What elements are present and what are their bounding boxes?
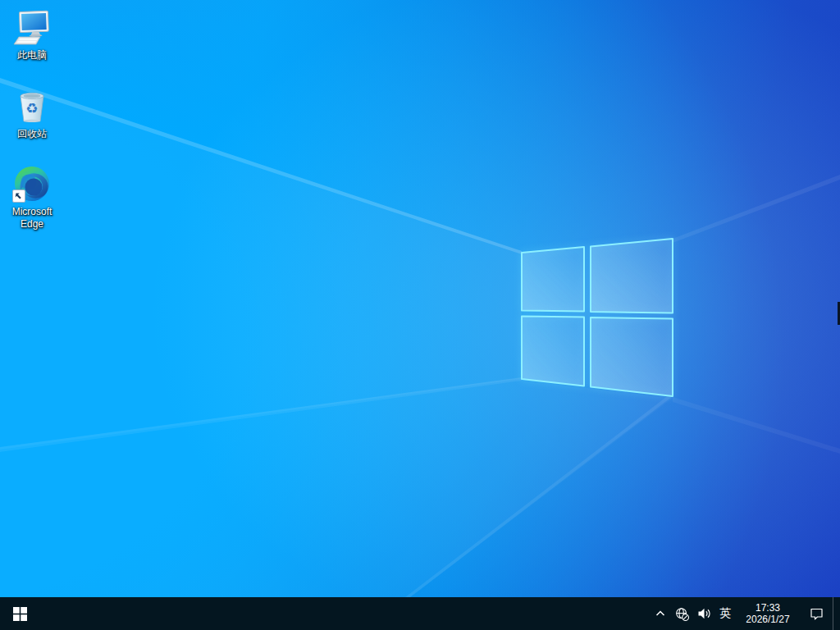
recycle-bin-icon: ♻ xyxy=(12,87,52,126)
clock-date: 2026/1/27 xyxy=(746,614,789,625)
desktop[interactable]: 此电脑 ♻ xyxy=(0,0,840,597)
desktop-icon-recycle-bin[interactable]: ♻ 回收站 xyxy=(1,87,63,140)
system-tray: 英 17:33 2026/1/27 xyxy=(651,597,840,630)
show-hidden-icons-button[interactable] xyxy=(651,597,670,630)
icon-label-recycle-bin: 回收站 xyxy=(17,128,47,140)
ime-language-indicator[interactable]: 英 xyxy=(714,597,736,630)
volume-button[interactable] xyxy=(693,597,714,630)
clock-time: 17:33 xyxy=(756,602,780,614)
speaker-icon xyxy=(697,607,711,620)
taskbar-clock[interactable]: 17:33 2026/1/27 xyxy=(736,597,800,630)
windows-logo-icon xyxy=(13,607,27,621)
chevron-up-icon xyxy=(655,608,666,619)
taskbar-empty-area xyxy=(39,597,651,630)
this-pc-icon xyxy=(12,8,52,48)
icon-label-edge-line1: Microsoft xyxy=(12,206,52,218)
action-center-icon xyxy=(810,607,824,620)
action-center-button[interactable] xyxy=(800,597,833,630)
icon-label-this-pc: 此电脑 xyxy=(17,49,47,62)
svg-text:♻: ♻ xyxy=(25,100,38,116)
desktop-icon-microsoft-edge[interactable]: Microsoft Edge xyxy=(1,165,63,231)
network-status-button[interactable] xyxy=(670,597,693,630)
icon-label-edge-line2: Edge xyxy=(21,218,43,231)
screen: 此电脑 ♻ xyxy=(0,0,840,630)
taskbar: 英 17:33 2026/1/27 xyxy=(0,597,840,630)
desktop-icon-this-pc[interactable]: 此电脑 xyxy=(1,8,63,62)
globe-no-internet-icon xyxy=(675,607,689,621)
windows-logo-watermark xyxy=(0,0,840,597)
shortcut-arrow-icon xyxy=(12,189,25,203)
start-button[interactable] xyxy=(0,597,39,630)
show-desktop-button[interactable] xyxy=(833,597,840,630)
